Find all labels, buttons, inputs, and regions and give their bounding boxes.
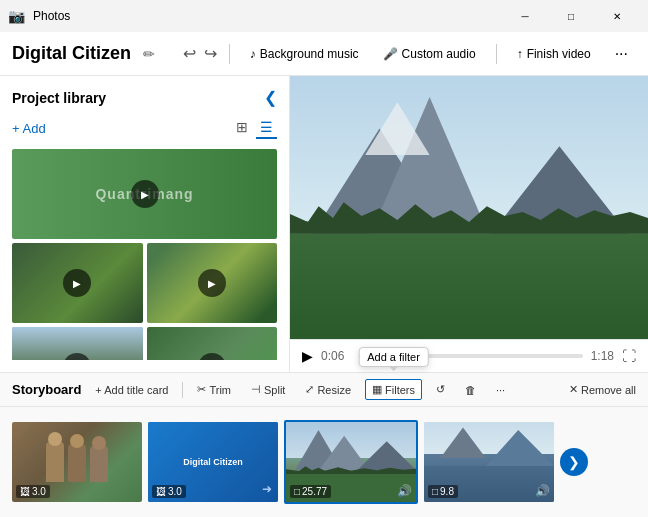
- view-toggle: ⊞ ☰: [232, 117, 277, 139]
- item-duration: □ 9.8: [428, 485, 458, 498]
- window-controls: ─ □ ✕: [502, 0, 640, 32]
- mountain-scene: [290, 76, 648, 339]
- add-media-button[interactable]: + Add: [12, 121, 46, 136]
- titlebar-left: 📷 Photos: [8, 8, 70, 24]
- edit-title-icon[interactable]: ✏: [143, 46, 155, 62]
- trash-icon: 🗑: [465, 384, 476, 396]
- media-item[interactable]: ▶: [147, 327, 278, 360]
- filters-button[interactable]: ▦ Filters: [365, 379, 422, 400]
- video-icon: □: [294, 486, 300, 497]
- toolbar-separator2: [496, 44, 497, 64]
- expand-button[interactable]: ⛶: [622, 348, 636, 364]
- grid-view-button[interactable]: ⊞: [232, 117, 252, 139]
- app-container: Digital Citizen ✏ ↩ ↪ ♪ Background music…: [0, 32, 648, 517]
- main-toolbar: Digital Citizen ✏ ↩ ↪ ♪ Background music…: [0, 32, 648, 76]
- play-button[interactable]: ▶: [302, 348, 313, 364]
- item-duration: 🖼 3.0: [152, 485, 186, 498]
- play-overlay-button[interactable]: ▶: [131, 180, 159, 208]
- background-music-button[interactable]: ♪ Background music: [242, 43, 367, 65]
- toolbar-separator: [229, 44, 230, 64]
- undo-button[interactable]: ↩: [183, 44, 196, 63]
- split-icon: ⊣: [251, 383, 261, 396]
- storyboard-toolbar: Storyboard + Add title card ✂ Trim ⊣ Spl…: [0, 373, 648, 407]
- media-grid: Quantrimang ▶ ▶ ▶: [12, 149, 277, 360]
- panel-toolbar: + Add ⊞ ☰: [12, 117, 277, 139]
- storyboard-item[interactable]: Digital Citizen ➜ 🖼 3.0: [148, 422, 278, 502]
- trim-icon: ✂: [197, 383, 206, 396]
- media-item[interactable]: ▶: [12, 327, 143, 360]
- filters-tooltip: Add a filter: [358, 347, 429, 367]
- redo-button[interactable]: ↪: [204, 44, 217, 63]
- item-duration: □ 25.77: [290, 485, 331, 498]
- storyboard-item[interactable]: 🖼 3.0: [12, 422, 142, 502]
- more-icon: ···: [496, 384, 505, 396]
- plus-icon: + Add title card: [95, 384, 168, 396]
- rotate-icon: ↺: [436, 383, 445, 396]
- duration-label: 1:18: [591, 349, 614, 363]
- preview-controls: ▶ 0:06 1:18 ⛶: [290, 339, 648, 372]
- filters-container: Add a filter ▦ Filters: [365, 379, 422, 400]
- filter-icon: ▦: [372, 383, 382, 396]
- resize-icon: ⤢: [305, 383, 314, 396]
- play-overlay-button[interactable]: ▶: [63, 269, 91, 297]
- rotate-button[interactable]: ↺: [430, 380, 451, 399]
- add-title-card-button[interactable]: + Add title card: [89, 381, 174, 399]
- remove-all-button[interactable]: ✕ Remove all: [569, 383, 636, 396]
- storyboard-label: Storyboard: [12, 382, 81, 397]
- storyboard-section: Storyboard + Add title card ✂ Trim ⊣ Spl…: [0, 372, 648, 517]
- project-library-panel: Project library ❮ + Add ⊞ ☰: [0, 76, 290, 372]
- media-item[interactable]: ▶: [12, 243, 143, 323]
- panel-header: Project library ❮: [12, 88, 277, 107]
- export-icon: ↑: [517, 47, 523, 61]
- item-duration: 🖼 3.0: [16, 485, 50, 498]
- media-item[interactable]: ▶: [147, 243, 278, 323]
- collapse-panel-button[interactable]: ❮: [264, 88, 277, 107]
- forest-bg: [290, 234, 648, 339]
- photo-icon: 🖼: [156, 486, 166, 497]
- preview-panel: ▶ 0:06 1:18 ⛶: [290, 76, 648, 372]
- app-title: Photos: [33, 9, 70, 23]
- photo-icon: 🖼: [20, 486, 30, 497]
- sb-separator: [182, 382, 183, 398]
- titlebar: 📷 Photos ─ □ ✕: [0, 0, 648, 32]
- video-icon: □: [432, 486, 438, 497]
- storyboard-item-selected[interactable]: □ 25.77 🔊: [284, 420, 418, 504]
- storyboard-item[interactable]: □ 9.8 🔊: [424, 422, 554, 502]
- music-note-icon: ♪: [250, 47, 256, 61]
- storyboard-items: 🖼 3.0 Digital Citizen ➜ 🖼 3.0: [0, 407, 648, 517]
- audio-icon: 🎤: [383, 47, 398, 61]
- trim-button[interactable]: ✂ Trim: [191, 380, 237, 399]
- custom-audio-button[interactable]: 🎤 Custom audio: [375, 43, 484, 65]
- video-frame: [290, 76, 648, 339]
- panel-title: Project library: [12, 90, 106, 106]
- content-area: Project library ❮ + Add ⊞ ☰: [0, 76, 648, 372]
- sound-icon: 🔊: [397, 484, 412, 498]
- scroll-next-button[interactable]: ❯: [560, 448, 588, 476]
- delete-button[interactable]: 🗑: [459, 381, 482, 399]
- split-button[interactable]: ⊣ Split: [245, 380, 291, 399]
- sound-icon: 🔊: [535, 484, 550, 498]
- app-icon: 📷: [8, 8, 25, 24]
- maximize-button[interactable]: □: [548, 0, 594, 32]
- list-view-button[interactable]: ☰: [256, 117, 277, 139]
- resize-button[interactable]: ⤢ Resize: [299, 380, 357, 399]
- current-time: 0:06: [321, 349, 351, 363]
- x-icon: ✕: [569, 383, 578, 396]
- play-overlay-button[interactable]: ▶: [198, 269, 226, 297]
- project-title: Digital Citizen: [12, 43, 131, 64]
- finish-video-button[interactable]: ↑ Finish video: [509, 43, 599, 65]
- media-item[interactable]: Quantrimang ▶: [12, 149, 277, 239]
- more-options-button[interactable]: ···: [607, 41, 636, 67]
- minimize-button[interactable]: ─: [502, 0, 548, 32]
- plus-icon: + Add: [12, 121, 46, 136]
- close-button[interactable]: ✕: [594, 0, 640, 32]
- more-storyboard-button[interactable]: ···: [490, 381, 511, 399]
- video-preview: [290, 76, 648, 339]
